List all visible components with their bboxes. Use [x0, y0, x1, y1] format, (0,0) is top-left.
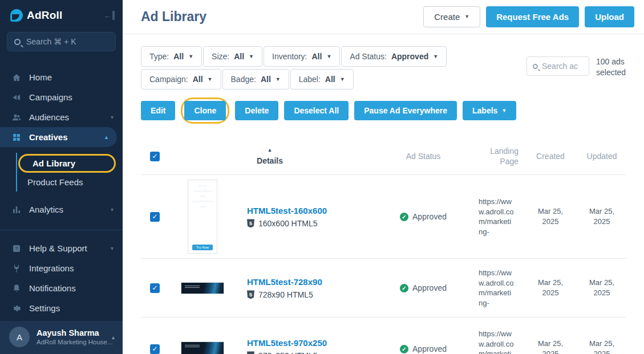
sidebar-item-label: Settings [29, 303, 60, 313]
chevron-down-icon: ▼ [464, 14, 469, 19]
filter-label[interactable]: Label:All▼ [290, 69, 354, 89]
create-button-label: Create [434, 12, 460, 22]
approved-check-icon: ✓ [400, 213, 408, 221]
search-ads-input[interactable] [542, 62, 582, 71]
deselect-all-button[interactable]: Deselect All [284, 101, 349, 120]
sidebar-item-analytics[interactable]: Analytics ▾ [0, 200, 123, 219]
chevron-down-icon: ▼ [501, 108, 507, 113]
row-checkbox[interactable]: ✓ [150, 344, 160, 354]
adroll-logo[interactable]: AdRoll [10, 9, 62, 22]
table-row: ✓ Drive conversions with personalized ad… [141, 175, 626, 259]
user-org: AdRoll Marketing House... [37, 338, 105, 346]
sidebar-item-creatives[interactable]: Creatives ▴ [0, 127, 117, 147]
sidebar-item-ad-library[interactable]: Ad Library [22, 158, 112, 168]
updated-date: Mar 25, 2025 [578, 206, 626, 227]
row-checkbox[interactable]: ✓ [150, 283, 160, 293]
edit-button[interactable]: Edit [141, 101, 175, 120]
created-date: Mar 25, 2025 [526, 206, 574, 227]
user-menu[interactable]: A Aayush Sharma AdRoll Marketing House..… [0, 321, 123, 354]
clone-highlight-ring: Clone [181, 97, 229, 124]
clone-button[interactable]: Clone [184, 101, 226, 120]
sidebar-item-label: Home [29, 72, 52, 82]
brand-name: AdRoll [27, 9, 62, 22]
request-free-ads-label: Request Free Ads [496, 12, 569, 22]
sidebar: AdRoll ← Search ⌘ + K Home Campaigns Aud… [0, 0, 123, 354]
column-details[interactable]: Details [257, 156, 283, 165]
filter-bar: Type:All▼ Size:All▼ Inventory:All▼ Ad St… [141, 46, 626, 91]
sidebar-divider [0, 230, 123, 230]
chevron-down-icon: ▼ [276, 77, 281, 82]
chevron-up-icon: ▴ [105, 134, 108, 140]
column-created[interactable]: Created [526, 152, 574, 161]
status-badge: Approved [412, 344, 447, 353]
status-badge: Approved [412, 212, 447, 221]
ad-thumbnail-970x250[interactable] [181, 341, 224, 354]
page-header: Ad Library Create ▼ Request Free Ads Upl… [123, 0, 644, 34]
bulk-actions: Edit Clone Delete Deselect All Pause Ad … [141, 97, 626, 124]
chevron-down-icon: ▾ [111, 206, 114, 213]
gear-icon [11, 303, 21, 313]
ad-name-link[interactable]: HTML5test-728x90 [247, 277, 322, 287]
page-title: Ad Library [141, 9, 206, 25]
sidebar-search-input[interactable]: Search ⌘ + K [7, 32, 116, 51]
request-free-ads-button[interactable]: Request Free Ads [486, 6, 579, 27]
ad-thumbnail-728x90[interactable] [181, 282, 224, 294]
landing-page-url: https://www.adroll.com/marketing- [479, 329, 514, 354]
labels-button[interactable]: Labels▼ [463, 101, 516, 120]
html5-icon: 5 [247, 290, 254, 299]
filter-ad-status[interactable]: Ad Status:Approved▼ [341, 46, 447, 67]
filter-campaign[interactable]: Campaign:All▼ [141, 69, 221, 89]
sidebar-item-settings[interactable]: Settings [0, 298, 123, 318]
sort-asc-icon[interactable]: ▲ [168, 147, 371, 153]
column-ad-status[interactable]: Ad Status [375, 152, 472, 161]
select-all-checkbox[interactable]: ✓ [150, 152, 160, 161]
home-icon [11, 72, 21, 82]
html5-icon: 5 [247, 351, 254, 354]
plug-icon [11, 263, 21, 273]
search-icon [533, 64, 538, 69]
approved-check-icon: ✓ [400, 284, 408, 292]
table-header: ✓ ▲Details Ad Status Landing Page Create… [141, 144, 626, 175]
sidebar-search-placeholder: Search ⌘ + K [26, 37, 76, 46]
chevron-down-icon: ▼ [433, 54, 438, 59]
approved-check-icon: ✓ [400, 345, 408, 353]
selected-count: 100 ads selected [596, 56, 626, 78]
chevron-down-icon: ▼ [340, 77, 345, 82]
svg-text:?: ? [15, 246, 18, 251]
ad-thumbnail-160x600[interactable]: Drive conversions with personalized ads … [188, 180, 217, 254]
column-landing-page[interactable]: Landing Page [475, 146, 523, 166]
sidebar-item-label: Campaigns [29, 92, 72, 102]
ad-name-link[interactable]: HTML5test-160x600 [247, 206, 327, 215]
sidebar-item-label: Audiences [29, 112, 69, 122]
created-date: Mar 25, 2025 [526, 278, 574, 298]
row-checkbox[interactable]: ✓ [150, 212, 160, 222]
user-name: Aayush Sharma [37, 328, 105, 338]
filter-type[interactable]: Type:All▼ [141, 46, 202, 67]
adroll-app: AdRoll ← Search ⌘ + K Home Campaigns Aud… [0, 0, 644, 354]
filter-size[interactable]: Size:All▼ [203, 46, 262, 67]
megaphone-icon [11, 92, 21, 102]
sidebar-item-help-support[interactable]: ? Help & Support ▾ [0, 238, 123, 258]
delete-button[interactable]: Delete [235, 101, 278, 120]
filter-badge[interactable]: Badge:All▼ [222, 69, 289, 89]
sidebar-item-notifications[interactable]: Notifications [0, 278, 123, 298]
sidebar-item-integrations[interactable]: Integrations [0, 258, 123, 278]
create-button[interactable]: Create ▼ [423, 6, 480, 27]
filter-inventory[interactable]: Inventory:All▼ [264, 46, 340, 67]
table-row: ✓ HTML5test-728x90 5728x90 HTML5 ✓Approv… [141, 259, 626, 318]
column-updated[interactable]: Updated [578, 152, 626, 161]
main-area: Ad Library Create ▼ Request Free Ads Upl… [123, 0, 644, 354]
pause-ad-everywhere-button[interactable]: Pause Ad Everywhere [354, 101, 457, 120]
search-icon [14, 39, 21, 45]
updated-date: Mar 25, 2025 [578, 339, 626, 354]
sidebar-item-home[interactable]: Home [0, 67, 123, 87]
sidebar-item-campaigns[interactable]: Campaigns [0, 87, 123, 107]
grid-icon [11, 132, 21, 142]
collapse-sidebar-icon[interactable]: ← [104, 11, 115, 20]
status-badge: Approved [412, 283, 447, 292]
sidebar-item-product-feeds[interactable]: Product Feeds [17, 174, 117, 190]
upload-button[interactable]: Upload [585, 6, 634, 27]
ad-size: 160x600 HTML5 [258, 219, 318, 228]
ad-name-link[interactable]: HTML5test-970x250 [247, 338, 327, 348]
sidebar-item-audiences[interactable]: Audiences ▾ [0, 107, 123, 127]
